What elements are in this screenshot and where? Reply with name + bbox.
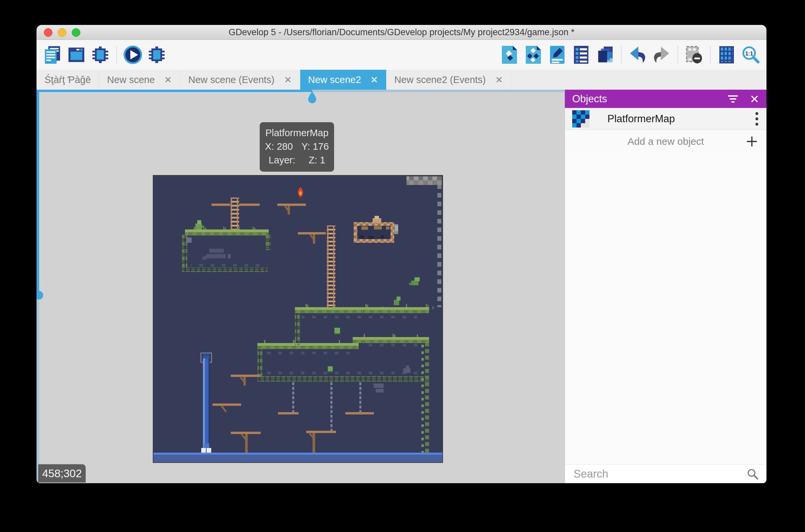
add-object-button[interactable]: [499, 44, 520, 66]
tooltip-layer: Layer:: [269, 153, 295, 167]
edit-properties-icon: [548, 45, 566, 64]
tooltip-z: Z: 1: [308, 153, 325, 167]
debug-button[interactable]: [90, 44, 111, 66]
zoom-actual-button[interactable]: 1:1: [740, 44, 761, 66]
bug-debug-icon: [91, 45, 110, 64]
svg-text:1:1: 1:1: [745, 51, 753, 57]
title-bar: GDevelop 5 - /Users/florian/Documents/GD…: [37, 25, 766, 40]
preview-play-button[interactable]: [122, 44, 143, 66]
close-icon[interactable]: [164, 76, 172, 84]
project-manager-button[interactable]: [42, 44, 63, 66]
platformer-map-instance[interactable]: [153, 175, 443, 463]
redo-icon: [652, 45, 671, 64]
search-icon[interactable]: [747, 468, 759, 480]
close-icon[interactable]: [284, 76, 292, 84]
scene-canvas[interactable]: PlatformerMap X: 280 Y: 176 Layer: Z: 1 …: [37, 90, 564, 483]
objects-panel-empty-area: [565, 153, 766, 464]
toolbar-divider: [677, 46, 678, 64]
tab-label: New scene: [107, 74, 155, 86]
objects-group-icon: [524, 45, 543, 64]
object-search-input[interactable]: [573, 467, 747, 480]
stacked-pages-icon: [595, 45, 615, 64]
object-list-item[interactable]: PlatformerMap: [565, 108, 766, 130]
tab-bar: Śţàŕţ Ƥàĝē New scene New scene (Events) …: [37, 70, 766, 90]
tab-new-scene2[interactable]: New scene2: [300, 70, 387, 90]
layers-list-icon: [572, 45, 590, 64]
undo-icon: [628, 45, 647, 64]
toolbar-left-group: [42, 44, 167, 66]
filter-button[interactable]: [727, 95, 739, 103]
layers-button[interactable]: [571, 44, 592, 66]
toolbar-divider: [621, 46, 622, 64]
cursor-coordinates-badge: 458;302: [38, 464, 86, 482]
filter-icon: [727, 95, 739, 103]
properties-button[interactable]: [547, 44, 568, 66]
window-title: GDevelop 5 - /Users/florian/Documents/GD…: [229, 27, 574, 38]
grid-icon: [718, 45, 735, 64]
zoom-one-to-one-icon: 1:1: [741, 45, 760, 64]
tooltip-x: X: 280: [265, 140, 293, 153]
tab-label: New scene2 (Events): [394, 74, 486, 86]
toolbar-divider: [710, 46, 711, 64]
tab-new-scene[interactable]: New scene: [99, 70, 180, 90]
objects-list-button[interactable]: [523, 44, 544, 66]
close-icon[interactable]: [370, 76, 378, 84]
workspace: PlatformerMap X: 280 Y: 176 Layer: Z: 1 …: [37, 90, 766, 483]
redo-button[interactable]: [651, 44, 672, 66]
plus-icon[interactable]: [746, 135, 758, 148]
close-panel-button[interactable]: [750, 94, 759, 103]
bug-debug-icon: [147, 45, 166, 64]
tooltip-layer-row: Layer: Z: 1: [260, 153, 334, 167]
platformer-map-graphic: [153, 176, 442, 462]
main-toolbar: 1:1: [37, 40, 766, 70]
tab-new-scene-events[interactable]: New scene (Events): [180, 70, 300, 90]
objects-panel-title: Objects: [572, 93, 607, 105]
objects-panel-header: Objects: [565, 90, 766, 108]
tooltip-object-name: PlatformerMap: [260, 126, 334, 140]
toolbar-divider: [116, 46, 117, 64]
objects-panel: Objects: [564, 90, 766, 483]
tab-new-scene2-events[interactable]: New scene2 (Events): [386, 70, 512, 90]
tooltip-position-row: X: 280 Y: 176: [260, 140, 334, 153]
add-object-row[interactable]: Add a new object: [565, 130, 766, 153]
play-icon: [123, 45, 143, 65]
scene-window-icon: [67, 45, 86, 64]
object-search-row: [565, 464, 766, 483]
selection-top-edge-extension: [312, 90, 564, 92]
selection-left-edge: [37, 90, 39, 296]
app-window: GDevelop 5 - /Users/florian/Documents/GD…: [37, 25, 766, 483]
instance-tooltip: PlatformerMap X: 280 Y: 176 Layer: Z: 1: [260, 122, 334, 172]
tooltip-y: Y: 176: [302, 140, 329, 153]
project-manager-icon: [43, 45, 62, 64]
tab-start-page[interactable]: Śţàŕţ Ƥàĝē: [37, 70, 99, 90]
close-icon: [750, 94, 759, 103]
selection-left-edge-extension: [37, 296, 39, 483]
render-mask-button[interactable]: [684, 44, 705, 66]
selection-top-handle[interactable]: [308, 91, 317, 104]
close-window-button[interactable]: [44, 28, 53, 37]
debug-preview-button[interactable]: [146, 44, 167, 66]
kebab-menu-icon[interactable]: [754, 111, 759, 127]
object-thumbnail: [572, 110, 590, 128]
close-icon[interactable]: [495, 76, 503, 84]
instances-button[interactable]: [594, 44, 616, 66]
grid-button[interactable]: [716, 44, 737, 66]
tab-label: New scene (Events): [188, 74, 275, 86]
scene-editor-button[interactable]: [66, 44, 87, 66]
object-name: PlatformerMap: [608, 113, 754, 125]
film-mask-icon: [685, 45, 704, 64]
minimize-window-button[interactable]: [58, 28, 66, 37]
selection-top-edge: [37, 90, 312, 92]
maximize-window-button[interactable]: [72, 28, 80, 37]
traffic-lights: [44, 28, 80, 37]
tab-label: New scene2: [308, 74, 361, 86]
object-document-icon: [500, 45, 519, 64]
tab-label: Śţàŕţ Ƥàĝē: [44, 74, 91, 86]
add-object-label: Add a new object: [565, 136, 766, 147]
toolbar-right-group: 1:1: [499, 44, 761, 66]
selection-left-handle[interactable]: [37, 291, 43, 300]
undo-button[interactable]: [627, 44, 648, 66]
